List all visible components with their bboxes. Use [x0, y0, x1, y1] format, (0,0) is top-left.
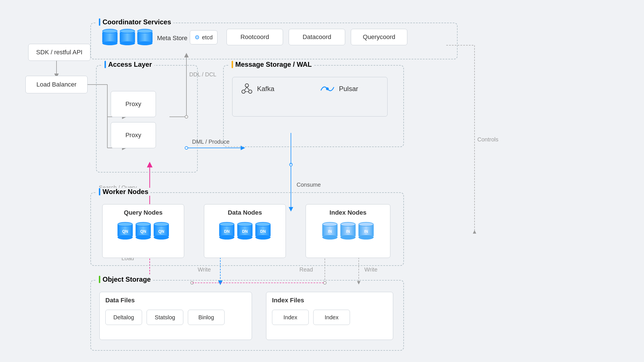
qn3-label: QN — [158, 229, 164, 234]
index-files-container: Index Files Index Index — [266, 292, 393, 340]
object-bar — [99, 276, 100, 283]
index1-box: Index — [272, 310, 309, 325]
qn-db2: QN — [136, 222, 151, 241]
dn1-label: DN — [224, 229, 230, 234]
dn2-label: DN — [242, 229, 248, 234]
svg-text:Controls: Controls — [477, 136, 498, 143]
in1-label: IN — [328, 229, 332, 234]
dn3-label: DN — [260, 229, 266, 234]
dn-db3: DN — [255, 222, 271, 241]
proxy1-box: Proxy — [111, 91, 156, 117]
worker-nodes-section: Worker Nodes Query Nodes QN QN — [90, 192, 404, 266]
message-storage-label: Message Storage / WAL — [235, 61, 312, 68]
data-files-label: Data Files — [105, 297, 135, 304]
access-layer-title: Access Layer — [102, 61, 154, 68]
deltalog-label: Deltalog — [113, 314, 134, 321]
dn-db2: DN — [237, 222, 253, 241]
binlog-box: Binlog — [188, 310, 225, 325]
proxy2-box: Proxy — [111, 122, 156, 148]
metastore-db2 — [120, 29, 135, 48]
etcd-label: etcd — [202, 34, 213, 41]
message-storage-title: Message Storage / WAL — [229, 61, 314, 68]
querycoord-box: Querycoord — [351, 29, 407, 45]
sdk-box: SDK / restful API — [28, 44, 90, 61]
svg-text:Read: Read — [299, 266, 313, 273]
index2-box: Index — [313, 310, 350, 325]
index-nodes-label: Index Nodes — [330, 209, 367, 216]
etcd-box: ⚙ etcd — [190, 30, 217, 44]
qn2-label: QN — [140, 229, 146, 234]
svg-text:Write: Write — [364, 266, 377, 273]
svg-text:Consume: Consume — [297, 182, 321, 188]
data-files-container: Data Files Deltalog Statslog Binlog — [99, 292, 252, 340]
qn-db3: QN — [154, 222, 169, 241]
rootcoord-label: Rootcoord — [240, 33, 269, 41]
worker-nodes-title: Worker Nodes — [97, 188, 151, 196]
deltalog-box: Deltalog — [105, 310, 142, 325]
dn-db1: DN — [219, 222, 234, 241]
coordinator-title: Coordinator Services — [97, 18, 173, 26]
in-db1: IN — [322, 222, 338, 241]
binlog-label: Binlog — [198, 314, 214, 321]
access-bar — [105, 61, 106, 68]
datacoord-box: Datacoord — [289, 29, 345, 45]
coordinator-bar — [99, 18, 100, 26]
message-storage-section: Message Storage / WAL Kafka Pulsar — [223, 65, 404, 147]
object-storage-label: Object Storage — [103, 275, 151, 283]
access-layer-label: Access Layer — [108, 61, 152, 68]
index-files-label: Index Files — [272, 297, 304, 304]
query-nodes-label: Query Nodes — [124, 209, 163, 216]
in-db3: IN — [358, 222, 374, 241]
metastore-label: Meta Store — [157, 35, 188, 42]
in-db2: IN — [340, 222, 356, 241]
in2-label: IN — [346, 229, 350, 234]
index2-label: Index — [325, 314, 339, 321]
statslog-label: Statslog — [155, 314, 175, 321]
object-storage-section: Object Storage Data Files Deltalog Stats… — [90, 280, 404, 351]
rootcoord-box: Rootcoord — [227, 29, 283, 45]
qn1-label: QN — [122, 229, 128, 234]
proxy1-label: Proxy — [125, 100, 141, 108]
proxy2-label: Proxy — [125, 132, 141, 139]
access-layer-section: Access Layer Proxy Proxy — [96, 65, 198, 173]
qn-db1: QN — [118, 222, 133, 241]
statslog-box: Statslog — [147, 310, 183, 325]
gear-icon: ⚙ — [195, 34, 200, 41]
in3-label: IN — [364, 229, 368, 234]
diagram: DDL / DCL DML / Produce Search / Query C… — [0, 0, 644, 362]
object-storage-title: Object Storage — [97, 275, 153, 283]
index1-label: Index — [284, 314, 297, 321]
data-nodes-container: Data Nodes DN DN DN — [204, 204, 286, 258]
index-nodes-container: Index Nodes IN IN I — [306, 204, 390, 258]
metastore-db1 — [102, 29, 118, 48]
svg-text:Write: Write — [198, 266, 211, 273]
querycoord-label: Querycoord — [363, 33, 395, 41]
data-nodes-label: Data Nodes — [228, 209, 262, 216]
message-bar — [232, 61, 233, 68]
sdk-label: SDK / restful API — [36, 49, 82, 56]
worker-bar — [99, 188, 100, 195]
worker-nodes-label: Worker Nodes — [103, 188, 148, 196]
load-balancer-label: Load Balancer — [36, 81, 77, 88]
load-balancer-box: Load Balancer — [25, 76, 88, 93]
coordinator-label: Coordinator Services — [103, 18, 171, 26]
datacoord-label: Datacoord — [303, 33, 331, 41]
coordinator-section: Coordinator Services Meta Store — [90, 23, 458, 59]
svg-point-15 — [290, 163, 292, 166]
metastore-db3 — [137, 29, 153, 48]
query-nodes-container: Query Nodes QN QN — [102, 204, 184, 258]
